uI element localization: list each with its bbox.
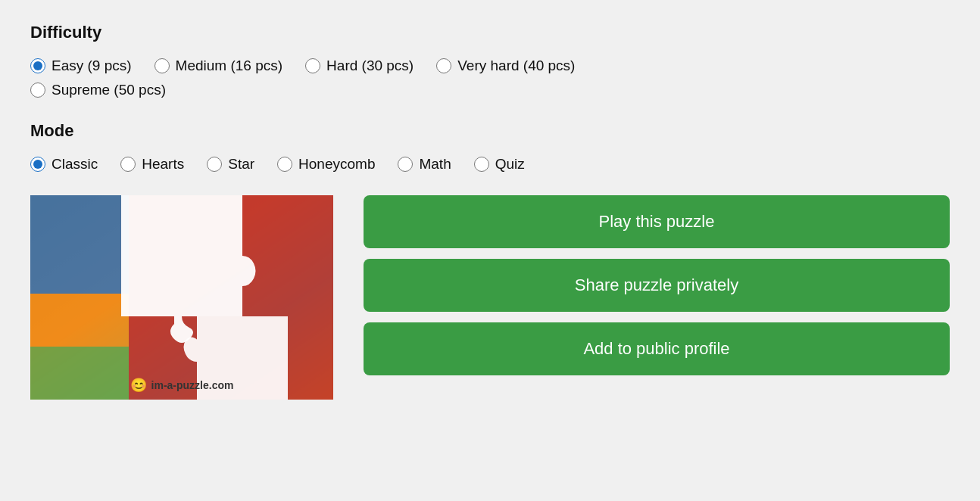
watermark: 😊 im-a-puzzle.com: [130, 377, 234, 394]
mode-classic[interactable]: Classic: [30, 156, 98, 173]
difficulty-medium[interactable]: Medium (16 pcs): [154, 58, 283, 74]
difficulty-supreme[interactable]: Supreme (50 pcs): [30, 82, 166, 98]
mode-honeycomb[interactable]: Honeycomb: [277, 156, 375, 173]
mode-section: Mode Classic Hearts Star Honeycomb Math …: [30, 121, 950, 173]
mode-hearts[interactable]: Hearts: [120, 156, 184, 173]
main-content: 😊 im-a-puzzle.com Play this puzzle Share…: [30, 195, 950, 400]
buttons-panel: Play this puzzle Share puzzle privately …: [364, 195, 950, 375]
smiley-icon: 😊: [130, 377, 147, 394]
mode-title: Mode: [30, 121, 950, 141]
puzzle-preview: 😊 im-a-puzzle.com: [30, 195, 333, 400]
difficulty-options: Easy (9 pcs) Medium (16 pcs) Hard (30 pc…: [30, 58, 950, 74]
mode-star[interactable]: Star: [207, 156, 254, 173]
add-profile-button[interactable]: Add to public profile: [364, 322, 950, 375]
svg-rect-1: [30, 195, 129, 294]
difficulty-section: Difficulty Easy (9 pcs) Medium (16 pcs) …: [30, 23, 950, 98]
difficulty-hard[interactable]: Hard (30 pcs): [305, 58, 414, 74]
svg-rect-3: [30, 347, 129, 400]
play-button[interactable]: Play this puzzle: [364, 195, 950, 248]
mode-options: Classic Hearts Star Honeycomb Math Quiz: [30, 156, 950, 173]
mode-math[interactable]: Math: [398, 156, 451, 173]
difficulty-title: Difficulty: [30, 23, 950, 42]
difficulty-options-row2: Supreme (50 pcs): [30, 82, 950, 98]
difficulty-very-hard[interactable]: Very hard (40 pcs): [436, 58, 575, 74]
difficulty-easy[interactable]: Easy (9 pcs): [30, 58, 132, 74]
mode-quiz[interactable]: Quiz: [474, 156, 525, 173]
puzzle-preview-svg: [30, 195, 333, 400]
share-button[interactable]: Share puzzle privately: [364, 259, 950, 312]
